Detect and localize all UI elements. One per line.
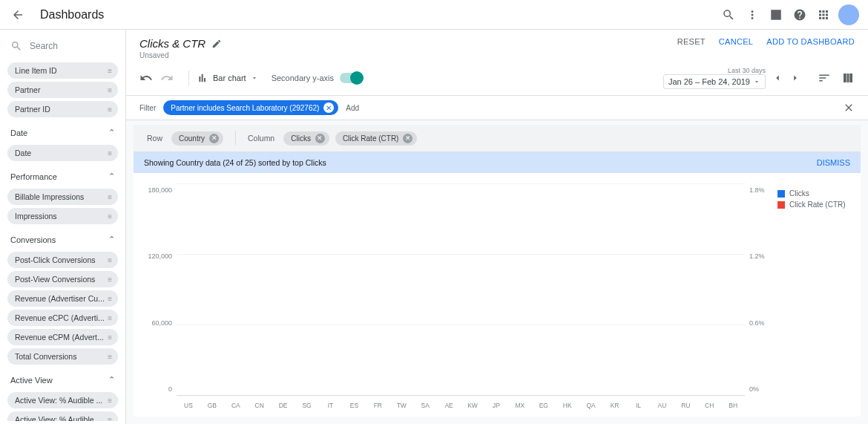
next-period-button[interactable] (786, 69, 804, 87)
metric-pill[interactable]: Billable Impressions≡ (7, 189, 118, 205)
help-icon[interactable] (788, 3, 812, 27)
x-tick: EG (532, 402, 556, 409)
legend-ctr: Click Rate (CTR) (789, 200, 846, 209)
date-hint: Last 30 days (663, 67, 766, 74)
x-tick: CA (224, 402, 248, 409)
search-icon[interactable] (717, 3, 740, 27)
undo-icon[interactable] (139, 71, 153, 85)
columns-icon[interactable] (841, 71, 855, 85)
x-tick: AE (437, 402, 461, 409)
reset-button[interactable]: RESET (677, 37, 706, 46)
prev-period-button[interactable] (769, 69, 786, 87)
close-filter-icon[interactable] (843, 102, 855, 114)
remove-row-icon[interactable]: ✕ (209, 134, 219, 143)
chevron-down-icon (251, 74, 258, 82)
info-text: Showing Country data (24 of 25) sorted b… (144, 158, 326, 167)
x-tick: TW (389, 402, 413, 409)
back-button[interactable] (9, 6, 27, 24)
x-tick: MX (508, 402, 532, 409)
row-column-bar: Row Country ✕ Column Clicks✕Click Rate (… (134, 125, 861, 152)
chevron-up-icon: ⌃ (108, 172, 115, 181)
metric-pill[interactable]: Revenue eCPM (Advert...≡ (7, 329, 118, 345)
column-chip[interactable]: Click Rate (CTR)✕ (335, 131, 418, 146)
secondary-axis-toggle[interactable] (340, 73, 362, 83)
x-axis-labels: USGBCACNDESGITESFRTWSAAEKWJPMXEGHKQAKRIL… (177, 402, 745, 409)
chevron-up-icon: ⌃ (108, 128, 115, 137)
legend-clicks: Clicks (789, 189, 809, 198)
chevron-up-icon: ⌃ (108, 375, 115, 385)
filter-chip[interactable]: Partner includes Search Laboratory (2927… (163, 100, 338, 115)
app-bar: Dashboards (0, 0, 868, 30)
chart-subtitle: Unsaved (139, 51, 222, 59)
filter-label: Filter (139, 104, 156, 112)
chevron-up-icon: ⌃ (108, 235, 115, 244)
metric-pill[interactable]: Date≡ (7, 145, 118, 161)
sidebar-search[interactable]: Search (0, 33, 125, 59)
section-header[interactable]: Active View⌃ (7, 368, 118, 389)
dimension-pill[interactable]: Partner≡ (7, 82, 118, 98)
dimension-pill[interactable]: Line Item ID≡ (7, 62, 118, 79)
x-tick: HK (556, 402, 579, 409)
secondary-axis-label: Secondary y-axis (272, 74, 334, 82)
legend-swatch-clicks (777, 190, 785, 198)
metric-pill[interactable]: Active View: % Audible ...≡ (7, 392, 118, 408)
metric-pill[interactable]: Total Conversions≡ (7, 348, 118, 365)
metric-pill[interactable]: Revenue eCPC (Adverti...≡ (7, 310, 118, 326)
metric-pill[interactable]: Post-View Conversions≡ (7, 271, 118, 287)
metric-pill[interactable]: Revenue (Advertiser Cu...≡ (7, 290, 118, 307)
row-label: Row (147, 134, 162, 143)
chart-title: Clicks & CTR (139, 37, 206, 50)
plot-area (177, 183, 745, 396)
toolbar: Bar chart Secondary y-axis Last 30 days … (126, 62, 868, 96)
y-axis-right: 1.8%1.2%0.6%0% (745, 183, 772, 411)
section-header[interactable]: Date⌃ (7, 120, 118, 142)
filter-chip-text: Partner includes Search Laboratory (2927… (171, 104, 319, 112)
x-tick: SG (295, 402, 319, 409)
app-title: Dashboards (40, 8, 104, 22)
x-tick: BH (721, 402, 745, 409)
row-chip[interactable]: Country ✕ (171, 131, 223, 146)
x-tick: SA (413, 402, 437, 409)
date-range-picker[interactable]: Jan 26 – Feb 24, 2019 (663, 74, 766, 89)
x-tick: CH (697, 402, 721, 409)
x-tick: RU (674, 402, 697, 409)
metric-pill[interactable]: Active View: % Audible ...≡ (7, 411, 118, 421)
metric-pill[interactable]: Post-Click Conversions≡ (7, 252, 118, 268)
x-tick: JP (484, 402, 508, 409)
avatar[interactable] (838, 4, 859, 25)
y-axis-left: 180,000120,00060,0000 (141, 183, 177, 411)
redo-icon[interactable] (160, 71, 174, 85)
metric-pill[interactable]: Impressions≡ (7, 208, 118, 224)
chart-type-selector[interactable]: Bar chart (197, 72, 258, 84)
bar-chart-icon (197, 72, 208, 84)
add-to-dashboard-button[interactable]: ADD TO DASHBOARD (766, 37, 855, 46)
remove-column-icon[interactable]: ✕ (403, 134, 412, 143)
x-tick: QA (579, 402, 603, 409)
x-tick: US (177, 402, 200, 409)
edit-title-icon[interactable] (211, 39, 222, 49)
x-tick: FR (366, 402, 389, 409)
row-chip-text: Country (179, 134, 205, 143)
sort-icon[interactable] (818, 71, 831, 85)
apps-icon[interactable] (812, 3, 835, 27)
chart-type-label: Bar chart (213, 74, 246, 82)
x-tick: GB (200, 402, 224, 409)
section-header[interactable]: Conversions⌃ (7, 227, 118, 249)
sidebar-search-placeholder: Search (30, 41, 58, 51)
dismiss-button[interactable]: DISMISS (817, 158, 850, 167)
x-tick: KW (461, 402, 484, 409)
remove-column-icon[interactable]: ✕ (315, 134, 325, 143)
column-chip[interactable]: Clicks✕ (283, 131, 329, 146)
cancel-button[interactable]: CANCEL (719, 37, 753, 46)
legend-swatch-ctr (777, 201, 785, 209)
sidebar: Search Line Item ID≡Partner≡Partner ID≡D… (0, 30, 126, 424)
section-header[interactable]: Performance⌃ (7, 164, 118, 186)
remove-filter-icon[interactable]: ✕ (323, 102, 334, 113)
dimension-pill[interactable]: Partner ID≡ (7, 101, 118, 117)
add-filter-button[interactable]: Add (346, 104, 359, 112)
x-tick: IL (627, 402, 651, 409)
content: Clicks & CTR Unsaved RESET CANCEL ADD TO… (126, 30, 868, 424)
x-tick: AU (650, 402, 674, 409)
analytics-icon[interactable] (764, 3, 788, 27)
more-icon[interactable] (740, 3, 764, 27)
